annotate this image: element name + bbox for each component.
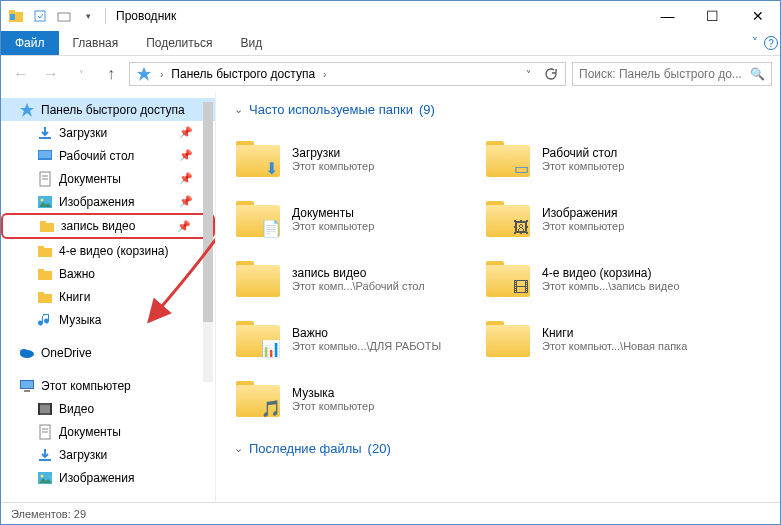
folder-item[interactable]: Книги Этот компьют...\Новая папка (484, 309, 734, 369)
pin-icon: 📌 (177, 220, 191, 233)
tree-item[interactable]: Изображения (1, 466, 215, 489)
folder-item[interactable]: запись видео Этот комп...\Рабочий стол (234, 249, 484, 309)
folder-name: Загрузки (292, 146, 374, 160)
close-button[interactable]: ✕ (735, 1, 780, 31)
qat-properties-icon[interactable] (29, 5, 51, 27)
svg-point-37 (41, 474, 44, 477)
tab-view[interactable]: Вид (226, 31, 276, 55)
folder-item[interactable]: ▭ Рабочий стол Этот компьютер (484, 129, 734, 189)
tree-item-label: Изображения (59, 195, 134, 209)
forward-button[interactable]: → (39, 62, 63, 86)
svg-rect-2 (10, 14, 15, 20)
downloads-icon (37, 447, 53, 463)
tree-scrollbar[interactable] (203, 102, 213, 382)
tree-item[interactable]: Книги (1, 285, 215, 308)
pin-icon: 📌 (179, 149, 193, 162)
qat-dropdown-icon[interactable]: ▾ (77, 5, 99, 27)
tree-item[interactable]: Загрузки 📌 (1, 121, 215, 144)
folder-name: Изображения (542, 206, 624, 220)
folder-item[interactable]: 📊 Важно Этот компью...\ДЛЯ РАБОТЫ (234, 309, 484, 369)
tab-file[interactable]: Файл (1, 31, 59, 55)
tree-onedrive[interactable]: OneDrive (1, 341, 215, 364)
tab-share[interactable]: Поделиться (132, 31, 226, 55)
tree-item[interactable]: Видео (1, 397, 215, 420)
refresh-icon[interactable] (537, 67, 563, 81)
folder-path: Этот компьютер (292, 400, 374, 412)
status-elements-label: Элементов: (11, 508, 71, 520)
tree-item[interactable]: Изображения 📌 (1, 190, 215, 213)
search-icon[interactable]: 🔍 (750, 67, 765, 81)
folder-item[interactable]: ⬇ Загрузки Этот компьютер (234, 129, 484, 189)
tree-item-label: Музыка (59, 313, 101, 327)
svg-point-14 (41, 198, 44, 201)
tree-this-pc[interactable]: Этот компьютер (1, 374, 215, 397)
folder-item[interactable]: 🎵 Музыка Этот компьютер (234, 369, 734, 429)
star-icon (19, 102, 35, 118)
svg-marker-6 (20, 103, 34, 117)
chevron-right-icon[interactable]: › (319, 69, 330, 80)
svg-rect-4 (58, 13, 70, 21)
svg-rect-31 (50, 403, 52, 415)
tree-item-label: Видео (59, 402, 94, 416)
tree-label: Панель быстрого доступа (41, 103, 185, 117)
back-button[interactable]: ← (9, 62, 33, 86)
tree-item-label: Загрузки (59, 126, 107, 140)
tree-item[interactable]: Рабочий стол 📌 (1, 144, 215, 167)
folder-name: Книги (542, 326, 687, 340)
content-pane: ⌄ Часто используемые папки (9) ⬇ Загрузк… (216, 92, 780, 502)
folder-path: Этот компьютер (542, 160, 624, 172)
section-count: (9) (419, 102, 435, 117)
navigation-bar: ← → ˅ ↑ › Панель быстрого доступа › ˅ 🔍 (1, 56, 780, 92)
ribbon-help-icon[interactable]: ˅ ? (750, 31, 780, 55)
tree-quick-access[interactable]: Панель быстрого доступа (1, 98, 215, 121)
address-bar[interactable]: › Панель быстрого доступа › ˅ (129, 62, 566, 86)
folder-path: Этот компьютер (292, 220, 374, 232)
folder-icon (37, 243, 53, 259)
tree-label: OneDrive (41, 346, 92, 360)
tree-item[interactable]: Документы (1, 420, 215, 443)
folder-icon: 🎵 (234, 379, 282, 419)
recent-dropdown[interactable]: ˅ (69, 62, 93, 86)
address-dropdown-icon[interactable]: ˅ (520, 69, 537, 80)
folder-icon (234, 259, 282, 299)
section-frequent[interactable]: ⌄ Часто используемые папки (9) (234, 102, 776, 117)
status-bar: Элементов: 29 (1, 502, 780, 525)
tree-item[interactable]: Документы 📌 (1, 167, 215, 190)
ribbon: Файл Главная Поделиться Вид ˅ ? (1, 31, 780, 56)
section-title: Часто используемые папки (249, 102, 413, 117)
search-box[interactable]: 🔍 (572, 62, 772, 86)
up-button[interactable]: ↑ (99, 62, 123, 86)
folder-icon: 🖼 (484, 199, 532, 239)
svg-rect-29 (40, 405, 50, 413)
folder-icon: 📊 (234, 319, 282, 359)
folder-icon: 🎞 (484, 259, 532, 299)
pin-icon: 📌 (179, 195, 193, 208)
pc-icon (19, 378, 35, 394)
pictures-icon (37, 470, 53, 486)
folder-item[interactable]: 🖼 Изображения Этот компьютер (484, 189, 734, 249)
breadcrumb[interactable]: Панель быстрого доступа (167, 67, 319, 81)
tree-item[interactable]: Загрузки (1, 443, 215, 466)
maximize-button[interactable]: ☐ (690, 1, 735, 31)
section-recent[interactable]: ⌄ Последние файлы (20) (234, 441, 776, 456)
tree-item[interactable]: Важно (1, 262, 215, 285)
documents-icon (37, 171, 53, 187)
folder-item[interactable]: 🎞 4-е видео (корзина) Этот компь...\запи… (484, 249, 734, 309)
tree-item[interactable]: запись видео 📌 (1, 213, 215, 239)
tab-home[interactable]: Главная (59, 31, 133, 55)
chevron-right-icon[interactable]: › (156, 69, 167, 80)
folder-path: Этот компь...\запись видео (542, 280, 680, 292)
tree-item-label: Рабочий стол (59, 149, 134, 163)
tree-item[interactable]: 4-е видео (корзина) (1, 239, 215, 262)
folder-item[interactable]: 📄 Документы Этот компьютер (234, 189, 484, 249)
svg-rect-1 (9, 10, 15, 14)
qat-newfolder-icon[interactable] (53, 5, 75, 27)
chevron-down-icon: ⌄ (234, 103, 243, 116)
svg-rect-22 (38, 292, 44, 296)
search-input[interactable] (579, 67, 750, 81)
svg-rect-27 (24, 390, 30, 392)
tree-item[interactable]: Музыка (1, 308, 215, 331)
minimize-button[interactable]: — (645, 1, 690, 31)
folder-icon (37, 266, 53, 282)
folder-path: Этот компьютер (542, 220, 624, 232)
